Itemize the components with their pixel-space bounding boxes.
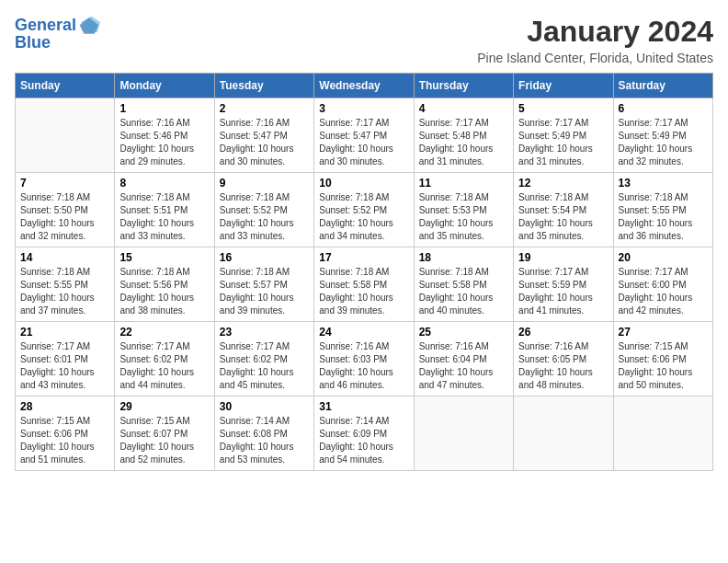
header-row: SundayMondayTuesdayWednesdayThursdayFrid…: [16, 74, 713, 98]
calendar-cell: 4Sunrise: 7:17 AM Sunset: 5:48 PM Daylig…: [414, 98, 513, 173]
day-number: 5: [518, 102, 608, 115]
day-number: 9: [220, 177, 309, 190]
day-number: 20: [619, 251, 708, 264]
day-info: Sunrise: 7:17 AM Sunset: 5:47 PM Dayligh…: [319, 117, 408, 168]
calendar-cell: 25Sunrise: 7:16 AM Sunset: 6:04 PM Dayli…: [414, 322, 513, 396]
day-info: Sunrise: 7:18 AM Sunset: 5:50 PM Dayligh…: [20, 191, 109, 243]
calendar-cell: 15Sunrise: 7:18 AM Sunset: 5:56 PM Dayli…: [115, 247, 214, 322]
month-title: January 2024: [477, 15, 713, 49]
calendar-cell: 2Sunrise: 7:16 AM Sunset: 5:47 PM Daylig…: [214, 98, 313, 173]
calendar-cell: 12Sunrise: 7:18 AM Sunset: 5:54 PM Dayli…: [514, 173, 613, 247]
calendar-cell: 26Sunrise: 7:16 AM Sunset: 6:05 PM Dayli…: [514, 322, 613, 396]
calendar-cell: 13Sunrise: 7:18 AM Sunset: 5:55 PM Dayli…: [613, 173, 712, 247]
day-info: Sunrise: 7:17 AM Sunset: 5:49 PM Dayligh…: [518, 117, 608, 168]
day-info: Sunrise: 7:17 AM Sunset: 6:02 PM Dayligh…: [220, 340, 309, 392]
header-tuesday: Tuesday: [214, 74, 313, 98]
day-info: Sunrise: 7:18 AM Sunset: 5:52 PM Dayligh…: [220, 191, 309, 243]
day-number: 7: [20, 177, 109, 190]
day-info: Sunrise: 7:18 AM Sunset: 5:57 PM Dayligh…: [220, 266, 309, 317]
day-info: Sunrise: 7:18 AM Sunset: 5:51 PM Dayligh…: [119, 191, 209, 243]
day-info: Sunrise: 7:17 AM Sunset: 5:59 PM Dayligh…: [518, 266, 608, 317]
logo-icon: [78, 15, 100, 37]
calendar-cell: [414, 396, 513, 471]
calendar-cell: 27Sunrise: 7:15 AM Sunset: 6:06 PM Dayli…: [613, 322, 712, 396]
header-saturday: Saturday: [613, 74, 712, 98]
title-area: January 2024 Pine Island Center, Florida…: [477, 15, 713, 65]
day-number: 10: [319, 177, 408, 190]
calendar-cell: 22Sunrise: 7:17 AM Sunset: 6:02 PM Dayli…: [115, 322, 214, 396]
day-number: 8: [119, 177, 209, 190]
calendar-cell: 30Sunrise: 7:14 AM Sunset: 6:08 PM Dayli…: [214, 396, 313, 471]
calendar-cell: 14Sunrise: 7:18 AM Sunset: 5:55 PM Dayli…: [16, 247, 115, 322]
calendar-cell: 19Sunrise: 7:17 AM Sunset: 5:59 PM Dayli…: [514, 247, 613, 322]
calendar-table: SundayMondayTuesdayWednesdayThursdayFrid…: [15, 73, 713, 471]
calendar-cell: 28Sunrise: 7:15 AM Sunset: 6:06 PM Dayli…: [16, 396, 115, 471]
calendar-cell: 23Sunrise: 7:17 AM Sunset: 6:02 PM Dayli…: [214, 322, 313, 396]
day-info: Sunrise: 7:14 AM Sunset: 6:08 PM Dayligh…: [220, 415, 309, 466]
day-number: 24: [319, 326, 408, 339]
day-info: Sunrise: 7:18 AM Sunset: 5:54 PM Dayligh…: [518, 191, 608, 243]
day-number: 15: [119, 251, 209, 264]
page-header: General Blue January 2024 Pine Island Ce…: [15, 15, 713, 65]
day-info: Sunrise: 7:15 AM Sunset: 6:06 PM Dayligh…: [619, 340, 708, 392]
calendar-cell: [613, 396, 712, 471]
calendar-cell: 11Sunrise: 7:18 AM Sunset: 5:53 PM Dayli…: [414, 173, 513, 247]
day-info: Sunrise: 7:17 AM Sunset: 6:02 PM Dayligh…: [119, 340, 209, 392]
day-number: 14: [20, 251, 109, 264]
day-info: Sunrise: 7:15 AM Sunset: 6:07 PM Dayligh…: [119, 415, 209, 466]
day-info: Sunrise: 7:16 AM Sunset: 6:04 PM Dayligh…: [419, 340, 508, 392]
logo-text: General: [15, 17, 76, 35]
day-info: Sunrise: 7:16 AM Sunset: 6:05 PM Dayligh…: [518, 340, 608, 392]
calendar-cell: 10Sunrise: 7:18 AM Sunset: 5:52 PM Dayli…: [314, 173, 414, 247]
calendar-cell: 18Sunrise: 7:18 AM Sunset: 5:58 PM Dayli…: [414, 247, 513, 322]
calendar-cell: [514, 396, 613, 471]
day-number: 16: [220, 251, 309, 264]
day-info: Sunrise: 7:17 AM Sunset: 6:01 PM Dayligh…: [20, 340, 109, 392]
calendar-cell: 5Sunrise: 7:17 AM Sunset: 5:49 PM Daylig…: [514, 98, 613, 173]
day-info: Sunrise: 7:18 AM Sunset: 5:55 PM Dayligh…: [20, 266, 109, 317]
day-number: 18: [419, 251, 508, 264]
calendar-cell: 7Sunrise: 7:18 AM Sunset: 5:50 PM Daylig…: [16, 173, 115, 247]
calendar-week-3: 14Sunrise: 7:18 AM Sunset: 5:55 PM Dayli…: [16, 247, 713, 322]
day-info: Sunrise: 7:16 AM Sunset: 6:03 PM Dayligh…: [319, 340, 408, 392]
day-number: 2: [220, 102, 309, 115]
calendar-cell: 6Sunrise: 7:17 AM Sunset: 5:49 PM Daylig…: [613, 98, 712, 173]
calendar-week-2: 7Sunrise: 7:18 AM Sunset: 5:50 PM Daylig…: [16, 173, 713, 247]
calendar-cell: 29Sunrise: 7:15 AM Sunset: 6:07 PM Dayli…: [115, 396, 214, 471]
day-number: 28: [20, 400, 109, 413]
day-info: Sunrise: 7:15 AM Sunset: 6:06 PM Dayligh…: [20, 415, 109, 466]
day-info: Sunrise: 7:17 AM Sunset: 5:48 PM Dayligh…: [419, 117, 508, 168]
day-info: Sunrise: 7:18 AM Sunset: 5:53 PM Dayligh…: [419, 191, 508, 243]
day-number: 26: [518, 326, 608, 339]
calendar-cell: 24Sunrise: 7:16 AM Sunset: 6:03 PM Dayli…: [314, 322, 414, 396]
day-number: 30: [220, 400, 309, 413]
day-number: 1: [119, 102, 209, 115]
calendar-week-5: 28Sunrise: 7:15 AM Sunset: 6:06 PM Dayli…: [16, 396, 713, 471]
day-number: 11: [419, 177, 508, 190]
calendar-cell: 9Sunrise: 7:18 AM Sunset: 5:52 PM Daylig…: [214, 173, 313, 247]
day-number: 27: [619, 326, 708, 339]
calendar-cell: 31Sunrise: 7:14 AM Sunset: 6:09 PM Dayli…: [314, 396, 414, 471]
location-subtitle: Pine Island Center, Florida, United Stat…: [477, 51, 713, 65]
calendar-week-1: 1Sunrise: 7:16 AM Sunset: 5:46 PM Daylig…: [16, 98, 713, 173]
day-number: 12: [518, 177, 608, 190]
day-number: 17: [319, 251, 408, 264]
calendar-cell: 16Sunrise: 7:18 AM Sunset: 5:57 PM Dayli…: [214, 247, 313, 322]
day-info: Sunrise: 7:17 AM Sunset: 5:49 PM Dayligh…: [619, 117, 708, 168]
header-thursday: Thursday: [414, 74, 513, 98]
day-number: 22: [119, 326, 209, 339]
header-monday: Monday: [115, 74, 214, 98]
calendar-cell: 21Sunrise: 7:17 AM Sunset: 6:01 PM Dayli…: [16, 322, 115, 396]
day-info: Sunrise: 7:18 AM Sunset: 5:58 PM Dayligh…: [319, 266, 408, 317]
header-sunday: Sunday: [16, 74, 115, 98]
calendar-cell: 20Sunrise: 7:17 AM Sunset: 6:00 PM Dayli…: [613, 247, 712, 322]
calendar-cell: 3Sunrise: 7:17 AM Sunset: 5:47 PM Daylig…: [314, 98, 414, 173]
day-number: 4: [419, 102, 508, 115]
day-number: 21: [20, 326, 109, 339]
day-info: Sunrise: 7:18 AM Sunset: 5:58 PM Dayligh…: [419, 266, 508, 317]
calendar-week-4: 21Sunrise: 7:17 AM Sunset: 6:01 PM Dayli…: [16, 322, 713, 396]
day-number: 6: [619, 102, 708, 115]
calendar-cell: 1Sunrise: 7:16 AM Sunset: 5:46 PM Daylig…: [115, 98, 214, 173]
day-info: Sunrise: 7:18 AM Sunset: 5:55 PM Dayligh…: [619, 191, 708, 243]
day-number: 13: [619, 177, 708, 190]
